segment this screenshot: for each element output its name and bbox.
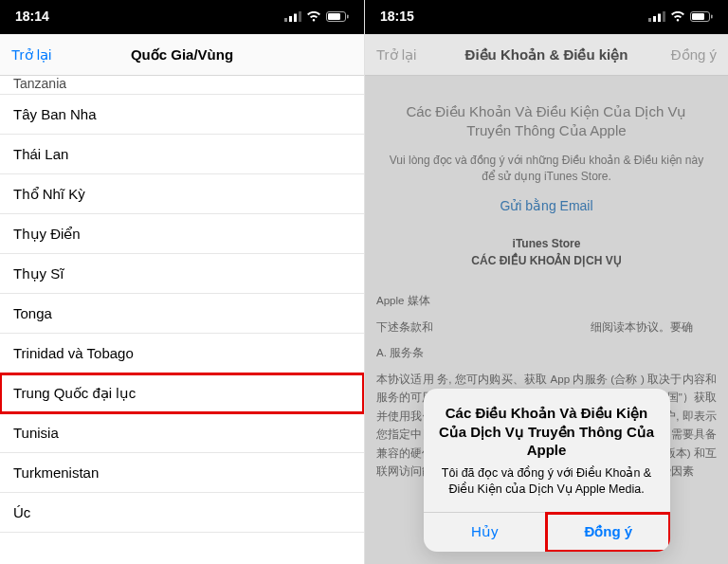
status-icons bbox=[648, 11, 713, 22]
svg-rect-2 bbox=[294, 13, 297, 22]
battery-icon bbox=[326, 11, 349, 22]
signal-icon bbox=[284, 11, 301, 22]
svg-rect-5 bbox=[347, 14, 349, 18]
agree-button[interactable]: Đồng ý bbox=[660, 34, 728, 76]
screen-country-list: 18:14 Trở lại Quốc Gia/Vùng Tanzania Tây… bbox=[0, 0, 364, 564]
terms-content[interactable]: Các Điều Khoản Và Điều Kiện Của Dịch Vụ … bbox=[365, 76, 728, 564]
back-button[interactable]: Trở lại bbox=[0, 34, 63, 76]
status-bar: 18:15 bbox=[365, 0, 728, 34]
country-row[interactable]: Úc bbox=[0, 493, 364, 533]
svg-rect-0 bbox=[284, 18, 287, 22]
page-title: Điều Khoản & Điều kiện bbox=[465, 46, 628, 64]
svg-rect-9 bbox=[658, 13, 661, 22]
wifi-icon bbox=[306, 11, 321, 22]
status-time: 18:14 bbox=[15, 9, 49, 24]
screen-terms-conditions: 18:15 Trở lại Điều Khoản & Điều kiện Đồn… bbox=[364, 0, 728, 564]
signal-icon bbox=[648, 11, 665, 22]
page-title: Quốc Gia/Vùng bbox=[131, 46, 233, 64]
country-list[interactable]: Tanzania Tây Ban Nha Thái Lan Thổ Nhĩ Kỳ… bbox=[0, 76, 364, 533]
status-bar: 18:14 bbox=[0, 0, 364, 34]
svg-rect-10 bbox=[663, 11, 665, 22]
country-row[interactable]: Thụy Điển bbox=[0, 214, 364, 254]
svg-rect-13 bbox=[692, 13, 704, 20]
svg-rect-12 bbox=[711, 14, 713, 18]
svg-rect-8 bbox=[653, 16, 656, 22]
wifi-icon bbox=[670, 11, 685, 22]
country-row[interactable]: Thụy Sĩ bbox=[0, 254, 364, 294]
svg-rect-3 bbox=[299, 11, 301, 22]
back-button[interactable]: Trở lại bbox=[365, 34, 428, 76]
alert-cancel-button[interactable]: Hủy bbox=[424, 513, 547, 552]
navbar: Trở lại Quốc Gia/Vùng bbox=[0, 34, 364, 76]
country-row[interactable]: Thổ Nhĩ Kỳ bbox=[0, 174, 364, 214]
country-row[interactable]: Turkmenistan bbox=[0, 453, 364, 493]
alert-message: Tôi đã đọc và đồng ý với Điều Khoản & Đi… bbox=[439, 465, 655, 499]
battery-icon bbox=[690, 11, 713, 22]
svg-rect-6 bbox=[328, 13, 340, 20]
country-row[interactable]: Thái Lan bbox=[0, 135, 364, 174]
alert-title: Các Điều Khoản Và Điều Kiện Của Dịch Vụ … bbox=[439, 404, 655, 460]
alert-agree-button[interactable]: Đồng ý bbox=[546, 513, 670, 552]
country-row[interactable]: Tunisia bbox=[0, 413, 364, 453]
svg-rect-7 bbox=[648, 18, 651, 22]
navbar: Trở lại Điều Khoản & Điều kiện Đồng ý bbox=[365, 34, 728, 76]
svg-rect-1 bbox=[289, 16, 292, 22]
country-row[interactable]: Tanzania bbox=[0, 76, 364, 95]
status-time: 18:15 bbox=[380, 9, 414, 24]
country-row[interactable]: Tonga bbox=[0, 294, 364, 334]
country-row-china-mainland[interactable]: Trung Quốc đại lục bbox=[0, 373, 364, 413]
country-row[interactable]: Tây Ban Nha bbox=[0, 95, 364, 135]
status-icons bbox=[284, 11, 349, 22]
country-row[interactable]: Trinidad và Tobago bbox=[0, 334, 364, 373]
confirm-alert: Các Điều Khoản Và Điều Kiện Của Dịch Vụ … bbox=[424, 389, 670, 552]
